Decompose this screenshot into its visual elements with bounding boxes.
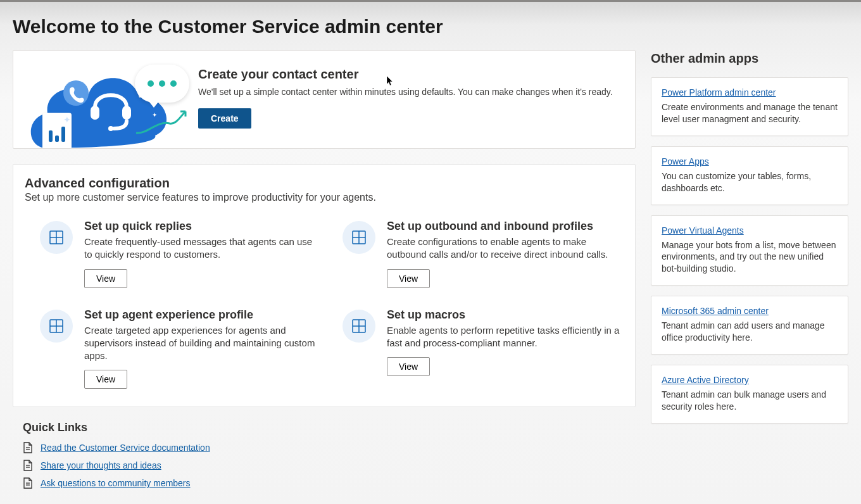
- adv-item-title: Set up agent experience profile: [84, 308, 317, 322]
- admin-app-desc: Create environments and manage the tenan…: [662, 101, 838, 125]
- adv-item-desc: Enable agents to perform repetitive task…: [387, 324, 620, 350]
- hero-illustration: ✦ ✦ ✦: [28, 61, 185, 148]
- adv-item-profiles: Set up outbound and inbound profiles Cre…: [343, 220, 620, 288]
- create-button[interactable]: Create: [198, 108, 251, 129]
- adv-item-macros: Set up macros Enable agents to perform r…: [343, 308, 620, 389]
- svg-point-3: [63, 80, 89, 106]
- adv-item-title: Set up outbound and inbound profiles: [387, 220, 620, 233]
- hero-description: We'll set up a simple contact center wit…: [198, 87, 613, 97]
- admin-app-card: Microsoft 365 admin center Tenant admin …: [651, 296, 848, 355]
- other-admin-apps-section: Other admin apps Power Platform admin ce…: [651, 50, 848, 434]
- grid-icon: [40, 310, 73, 343]
- admin-app-link[interactable]: Azure Active Directory: [662, 375, 749, 385]
- grid-icon: [343, 221, 375, 254]
- admin-app-link[interactable]: Microsoft 365 admin center: [662, 306, 769, 316]
- quick-links-title: Quick Links: [23, 421, 636, 434]
- quick-links-section: Quick Links Read the Customer Service do…: [13, 421, 636, 489]
- advanced-configuration-section: Advanced configuration Set up more custo…: [13, 164, 636, 407]
- admin-app-link[interactable]: Power Platform admin center: [662, 87, 776, 98]
- page-title: Welcome to the Customer Service admin ce…: [13, 16, 848, 37]
- advanced-subtitle: Set up more customer service features to…: [25, 192, 620, 203]
- view-button[interactable]: View: [84, 370, 127, 389]
- quick-link-item: Ask questions to community members: [23, 477, 636, 489]
- window-topbar: [0, 0, 861, 2]
- document-icon: [23, 460, 33, 471]
- adv-item-desc: Create frequently-used messages that age…: [84, 236, 317, 261]
- adv-item-title: Set up quick replies: [84, 220, 317, 233]
- quick-link[interactable]: Share your thoughts and ideas: [41, 460, 161, 470]
- admin-app-desc: Manage your bots from a list, move betwe…: [662, 239, 838, 275]
- other-apps-title: Other admin apps: [651, 51, 848, 66]
- grid-icon: [343, 310, 375, 343]
- quick-link-item: Read the Customer Service documentation: [23, 442, 636, 453]
- advanced-title: Advanced configuration: [25, 176, 620, 191]
- admin-app-card: Power Virtual Agents Manage your bots fr…: [651, 215, 848, 286]
- admin-app-desc: Tenant admin can bulk manage users and s…: [662, 389, 838, 413]
- admin-app-card: Power Apps You can customize your tables…: [651, 146, 848, 205]
- svg-point-2: [108, 126, 113, 131]
- admin-app-link[interactable]: Power Virtual Agents: [662, 225, 744, 236]
- hero-title: Create your contact center: [198, 67, 613, 82]
- admin-app-desc: You can customize your tables, forms, da…: [662, 170, 838, 194]
- document-icon: [23, 477, 33, 489]
- admin-app-link[interactable]: Power Apps: [662, 156, 709, 167]
- adv-item-desc: Create configurations to enable agents t…: [387, 236, 620, 261]
- admin-app-card: Power Platform admin center Create envir…: [651, 77, 848, 136]
- svg-rect-1: [122, 106, 131, 120]
- view-button[interactable]: View: [387, 357, 430, 376]
- adv-item-agent-experience: Set up agent experience profile Create t…: [40, 308, 317, 389]
- hero-card: ✦ ✦ ✦ Create your contact center We'll s…: [13, 50, 636, 149]
- adv-item-title: Set up macros: [387, 308, 620, 322]
- svg-rect-0: [91, 106, 99, 120]
- quick-link[interactable]: Ask questions to community members: [41, 478, 191, 488]
- adv-item-quick-replies: Set up quick replies Create frequently-u…: [40, 220, 317, 288]
- quick-link-item: Share your thoughts and ideas: [23, 460, 636, 471]
- view-button[interactable]: View: [84, 269, 127, 288]
- quick-link[interactable]: Read the Customer Service documentation: [41, 443, 210, 453]
- grid-icon: [40, 221, 73, 254]
- adv-item-desc: Create targeted app experiences for agen…: [84, 324, 317, 363]
- admin-app-desc: Tenant admin can add users and manage of…: [662, 320, 838, 344]
- document-icon: [23, 442, 33, 453]
- admin-app-card: Azure Active Directory Tenant admin can …: [651, 365, 848, 424]
- view-button[interactable]: View: [387, 269, 430, 288]
